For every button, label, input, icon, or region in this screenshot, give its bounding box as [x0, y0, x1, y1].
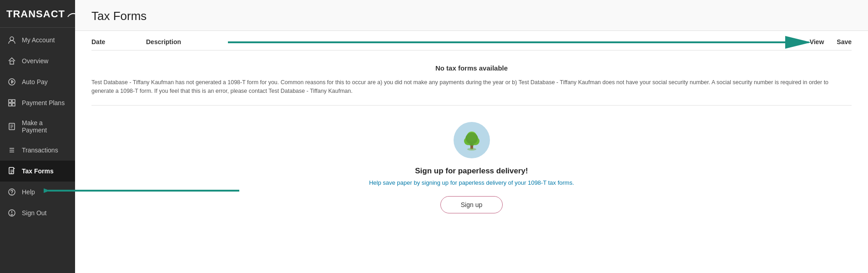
paperless-section: Sign up for paperless delivery! Help sav… — [91, 106, 852, 224]
col-save-header: Save — [837, 38, 852, 46]
sidebar: TRANSACT My Account — [0, 0, 75, 273]
col-date-header: Date — [91, 38, 146, 46]
main-body: Date Description View Save — [75, 31, 868, 273]
logo-text: TRANSACT — [6, 8, 65, 20]
svg-point-26 — [467, 148, 476, 151]
paperless-title: Sign up for paperless delivery! — [415, 167, 528, 176]
sidebar-item-label: Help — [22, 188, 35, 196]
col-view-header: View — [810, 38, 824, 46]
svg-rect-6 — [9, 103, 11, 106]
tree-svg — [458, 126, 485, 154]
signup-button[interactable]: Sign up — [440, 196, 503, 213]
sidebar-item-transactions[interactable]: Transactions — [0, 140, 75, 161]
svg-rect-5 — [12, 100, 15, 102]
tree-illustration — [454, 122, 490, 158]
sidebar-item-make-payment[interactable]: Make a Payment — [0, 113, 75, 140]
sidebar-item-my-account[interactable]: My Account — [0, 30, 75, 51]
exit-icon — [7, 208, 16, 217]
svg-point-20 — [11, 194, 12, 195]
grid-icon — [7, 98, 16, 107]
sidebar-item-label: Tax Forms — [22, 167, 54, 175]
sidebar-item-help[interactable]: Help — [0, 182, 75, 202]
person-icon — [7, 35, 16, 45]
question-icon — [7, 187, 16, 197]
page-title: Tax Forms — [91, 9, 852, 23]
sidebar-item-label: Payment Plans — [22, 99, 65, 106]
svg-point-31 — [466, 132, 478, 144]
sidebar-item-overview[interactable]: Overview — [0, 51, 75, 71]
sidebar-item-sign-out[interactable]: Sign Out — [0, 202, 75, 223]
sidebar-item-label: Auto Pay — [22, 78, 48, 86]
sidebar-item-label: My Account — [22, 36, 55, 44]
svg-rect-2 — [10, 61, 14, 64]
no-forms-section: No tax forms available Test Database - T… — [91, 51, 852, 106]
dollar-circle-icon — [7, 77, 16, 86]
no-forms-message: Test Database - Tiffany Kaufman has not … — [91, 78, 852, 96]
sidebar-item-auto-pay[interactable]: Auto Pay — [0, 71, 75, 92]
col-actions-header: View Save — [810, 38, 852, 46]
paperless-subtitle: Help save paper by signing up for paperl… — [369, 179, 574, 186]
sidebar-item-label: Overview — [22, 57, 48, 65]
no-forms-title: No tax forms available — [91, 64, 852, 72]
sidebar-item-label: Sign Out — [22, 209, 46, 217]
logo-area: TRANSACT — [0, 0, 75, 28]
svg-rect-7 — [12, 103, 15, 106]
bill-icon — [7, 122, 16, 131]
doc-icon — [7, 167, 16, 176]
sidebar-item-label: Transactions — [22, 147, 58, 154]
sidebar-item-tax-forms[interactable]: Tax Forms — [0, 161, 75, 182]
table-header: Date Description View Save — [91, 31, 852, 51]
list-icon — [7, 146, 16, 155]
sidebar-item-label: Make a Payment — [22, 119, 68, 134]
sidebar-item-payment-plans[interactable]: Payment Plans — [0, 92, 75, 113]
main-content: Tax Forms Date Description View — [75, 0, 868, 273]
page-header: Tax Forms — [75, 0, 868, 31]
svg-rect-4 — [9, 100, 11, 102]
col-description-header: Description — [146, 38, 810, 46]
sidebar-nav: My Account Overview Auto Pay — [0, 28, 75, 273]
svg-point-1 — [10, 37, 14, 40]
home-icon — [7, 56, 16, 66]
app-logo: TRANSACT — [6, 8, 69, 20]
